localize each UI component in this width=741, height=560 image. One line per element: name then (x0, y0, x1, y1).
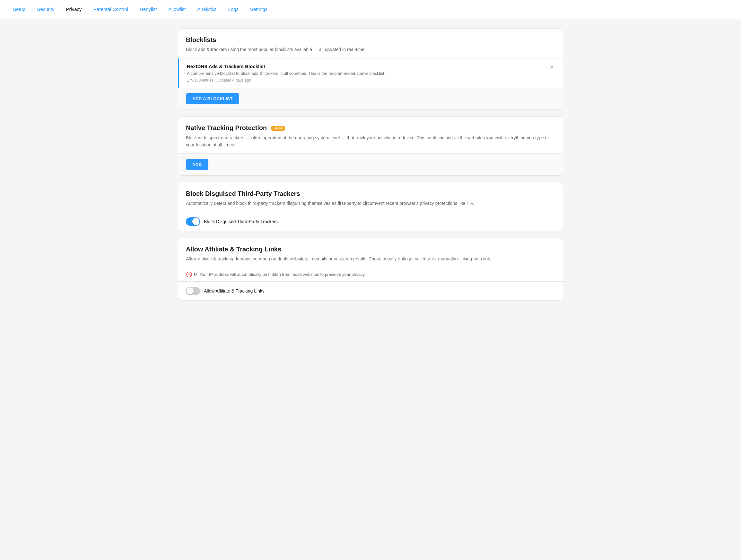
disguised-trackers-toggle[interactable] (186, 217, 200, 226)
tab-privacy[interactable]: Privacy (61, 1, 87, 18)
tab-settings[interactable]: Settings (245, 1, 273, 18)
blocklists-header: Blocklists Block ads & trackers using th… (178, 28, 563, 58)
add-blocklist-button[interactable]: ADD A BLOCKLIST (186, 93, 239, 104)
disguised-trackers-toggle-label: Block Disguised Third-Party Trackers (204, 219, 278, 224)
ip-warning: 🚫👁 Your IP address will automatically be… (186, 271, 555, 277)
native-tracking-footer: ADD (178, 153, 563, 175)
native-tracking-title-text: Native Tracking Protection (186, 124, 267, 131)
affiliate-links-toggle[interactable] (186, 287, 200, 295)
blocklists-description: Block ads & trackers using the most popu… (186, 46, 555, 58)
disguised-trackers-card: Block Disguised Third-Party Trackers Aut… (178, 182, 563, 231)
disguised-trackers-header: Block Disguised Third-Party Trackers Aut… (178, 182, 563, 212)
eye-slash-icon: 🚫👁 (186, 271, 197, 277)
ip-warning-text: Your IP address will automatically be hi… (199, 272, 366, 277)
tab-setup[interactable]: Setup (8, 1, 30, 18)
blocklist-item: NextDNS Ads & Trackers Blocklist A compr… (178, 58, 563, 88)
blocklists-card: Blocklists Block ads & trackers using th… (178, 28, 563, 110)
affiliate-links-card: Allow Affiliate & Tracking Links Allow a… (178, 238, 563, 301)
affiliate-links-header: Allow Affiliate & Tracking Links Allow a… (178, 238, 563, 277)
native-tracking-title: Native Tracking Protection BETA (186, 124, 555, 132)
native-tracking-header: Native Tracking Protection BETA Block wi… (178, 117, 563, 154)
native-tracking-description: Block wide spectrum trackers — often ope… (186, 134, 555, 154)
beta-badge: BETA (271, 126, 285, 131)
tab-security[interactable]: Security (32, 1, 59, 18)
tab-logs[interactable]: Logs (223, 1, 244, 18)
disguised-trackers-description: Automatically detect and block third-par… (186, 200, 555, 212)
toggle-slider (186, 217, 200, 226)
tab-allowlist[interactable]: Allowlist (163, 1, 191, 18)
blocklist-item-desc: A comprehensive blocklist to block ads &… (187, 70, 548, 77)
affiliate-links-title: Allow Affiliate & Tracking Links (186, 246, 555, 253)
blocklist-item-title: NextDNS Ads & Trackers Blocklist (187, 64, 548, 69)
page-content: Blocklists Block ads & trackers using th… (172, 19, 569, 310)
tab-parental-control[interactable]: Parental Control (88, 1, 133, 18)
blocklists-footer: ADD A BLOCKLIST (178, 88, 563, 110)
disguised-trackers-title: Block Disguised Third-Party Trackers (186, 190, 555, 197)
affiliate-links-toggle-row: Allow Affiliate & Tracking Links (178, 281, 563, 300)
add-native-tracking-button[interactable]: ADD (186, 159, 208, 170)
blocklist-item-content: NextDNS Ads & Trackers Blocklist A compr… (187, 64, 548, 82)
blocklist-item-meta: 179,130 entries · Updated 4 days ago (187, 78, 548, 82)
tab-analytics[interactable]: Analytics (192, 1, 222, 18)
affiliate-links-description: Allow affiliate & tracking domains commo… (186, 256, 555, 267)
affiliate-links-toggle-label: Allow Affiliate & Tracking Links (204, 288, 265, 294)
tab-denylist[interactable]: Denylist (135, 1, 162, 18)
navigation: Setup Security Privacy Parental Control … (0, 0, 741, 19)
native-tracking-card: Native Tracking Protection BETA Block wi… (178, 116, 563, 176)
blocklists-title: Blocklists (186, 36, 555, 44)
toggle-slider-off (186, 287, 200, 295)
blocklist-remove-button[interactable]: ✕ (548, 64, 555, 71)
disguised-trackers-toggle-row: Block Disguised Third-Party Trackers (178, 212, 563, 231)
